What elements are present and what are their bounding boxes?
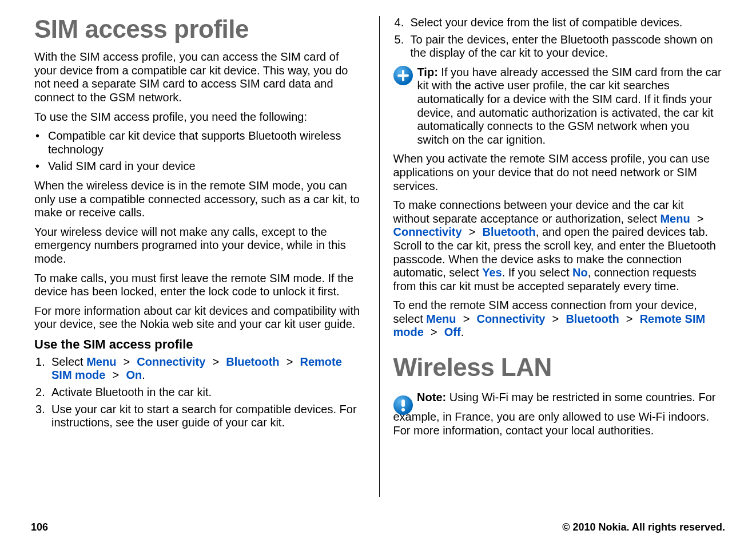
list-item: Valid SIM card in your device [46,160,363,173]
copyright: © 2010 Nokia. All rights reserved. [562,521,725,533]
chevron-right-icon: > [549,312,562,325]
menu-path-item: Connectivity [393,225,462,238]
note-exclamation-icon [393,395,413,415]
paragraph: For more information about car kit devic… [34,304,363,331]
svg-rect-0 [401,399,405,407]
menu-path-item: Connectivity [476,312,545,325]
menu-path-item: Bluetooth [566,312,619,325]
step-item: Activate Bluetooth in the car kit. [51,386,363,399]
step-text: . [142,369,145,381]
svg-point-1 [401,408,405,412]
chevron-right-icon: > [623,312,636,325]
page-number: 106 [31,521,48,533]
paragraph: Your wireless device will not make any c… [34,225,363,266]
subheading-use-profile: Use the SIM access profile [34,337,363,352]
chevron-right-icon: > [465,225,479,238]
right-column: Select your device from the list of comp… [380,16,726,497]
chevron-right-icon: > [427,326,440,338]
paragraph: To make calls, you must first leave the … [34,272,363,299]
text: . [461,326,464,338]
steps-list-continued: Select your device from the list of comp… [393,16,722,60]
menu-path-item: Bluetooth [482,225,535,238]
menu-path-item: Bluetooth [226,355,279,368]
steps-list: Select Menu > Connectivity > Bluetooth >… [34,355,363,430]
paragraph-end-connection: To end the remote SIM access connection … [393,299,722,339]
menu-path-item: On [126,369,142,381]
step-item: Use your car kit to start a search for c… [51,403,363,430]
menu-path-item: Menu [426,312,456,325]
requirements-list: Compatible car kit device that supports … [34,129,363,173]
tip-plus-icon [393,66,413,85]
tip-body: If you have already accessed the SIM car… [417,66,722,146]
page-columns: SIM access profile With the SIM access p… [31,16,725,497]
chevron-right-icon: > [109,369,122,381]
step-item: Select your device from the list of comp… [411,16,722,30]
chevron-right-icon: > [460,312,473,325]
left-column: SIM access profile With the SIM access p… [31,16,380,497]
note-block: Note: Using Wi-Fi may be restricted in s… [393,391,722,437]
menu-path-item: Menu [660,212,690,225]
chevron-right-icon: > [694,212,707,225]
chevron-right-icon: > [283,355,296,368]
note-label: Note: [417,391,446,403]
heading-sim-access: SIM access profile [34,16,363,42]
list-item: Compatible car kit device that supports … [46,129,363,156]
step-item: To pair the devices, enter the Bluetooth… [411,33,722,60]
tip-text: Tip: If you have already accessed the SI… [417,66,722,147]
menu-yes: Yes [482,266,502,279]
intro-paragraph: With the SIM access profile, you can acc… [34,50,363,104]
heading-wireless-lan: Wireless LAN [393,354,722,381]
text: . If you select [502,266,570,279]
chevron-right-icon: > [120,355,133,368]
paragraph: When you activate the remote SIM access … [393,152,722,193]
text: To make connections between your device … [393,199,684,225]
step-text: Select [51,355,83,368]
tip-block: Tip: If you have already accessed the SI… [393,66,722,147]
paragraph-authorization: To make connections between your device … [393,199,722,293]
chevron-right-icon: > [209,355,222,368]
paragraph: When the wireless device is in the remot… [34,179,363,220]
requirements-intro: To use the SIM access profile, you need … [34,110,363,124]
menu-path-item: Connectivity [137,355,205,368]
tip-label: Tip: [417,66,438,78]
step-item: Select Menu > Connectivity > Bluetooth >… [51,355,363,382]
menu-path-item: Menu [86,355,116,368]
menu-no: No [572,266,588,279]
page-footer: 106 © 2010 Nokia. All rights reserved. [31,521,725,533]
menu-path-item: Off [444,326,461,338]
